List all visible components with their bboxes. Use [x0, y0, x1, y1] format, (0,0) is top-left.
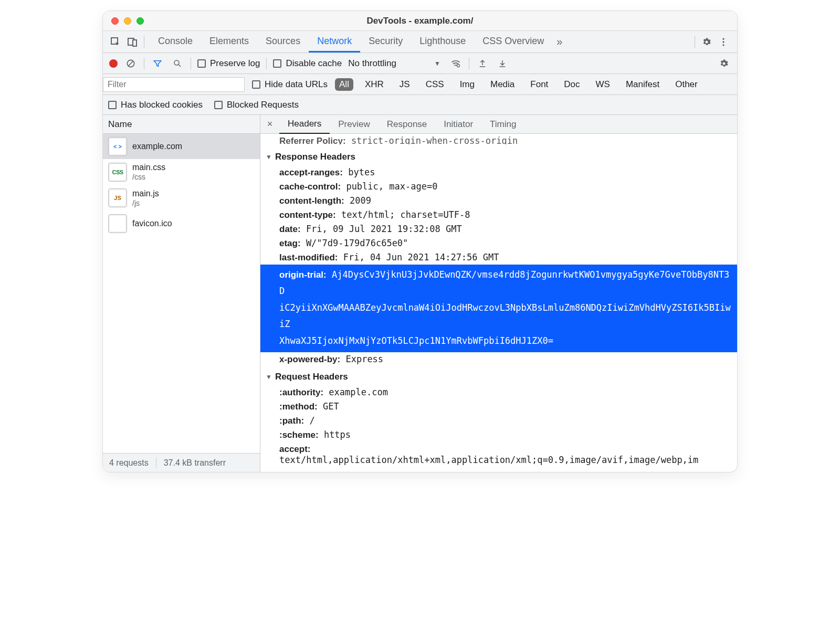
- request-row[interactable]: < > example.com: [103, 134, 260, 159]
- svg-point-4: [722, 41, 724, 43]
- disable-cache-checkbox[interactable]: Disable cache: [273, 58, 342, 69]
- name-column-header[interactable]: Name: [103, 115, 260, 134]
- headers-body[interactable]: Referrer Policy: strict-origin-when-cros…: [260, 134, 737, 472]
- filter-pill-ws[interactable]: WS: [592, 78, 614, 91]
- header-row: cache-control: public, max-age=0: [260, 180, 737, 194]
- header-row: content-type: text/html; charset=UTF-8: [260, 208, 737, 222]
- upload-har-icon[interactable]: [476, 57, 489, 70]
- header-row: accept: text/html,application/xhtml+xml,…: [260, 442, 737, 467]
- filter-icon[interactable]: [151, 57, 164, 70]
- download-har-icon[interactable]: [496, 57, 509, 70]
- request-path: /css: [132, 173, 165, 182]
- svg-point-10: [457, 64, 459, 67]
- has-blocked-cookies-checkbox[interactable]: Has blocked cookies: [108, 100, 203, 110]
- header-row: etag: W/"7d9-179d76c65e0": [260, 236, 737, 250]
- window-title: DevTools - example.com/: [103, 16, 737, 26]
- filter-pill-doc[interactable]: Doc: [560, 78, 584, 91]
- html-file-icon: < >: [108, 137, 127, 156]
- preserve-log-label: Preserve log: [210, 58, 260, 69]
- throttling-dropdown[interactable]: No throttling ▼: [348, 58, 443, 69]
- clear-icon[interactable]: [124, 57, 138, 70]
- filter-pill-css[interactable]: CSS: [422, 78, 448, 91]
- filter-bar-2: Has blocked cookies Blocked Requests: [103, 95, 737, 115]
- header-row: last-modified: Fri, 04 Jun 2021 14:27:56…: [260, 250, 737, 265]
- tab-css-overview[interactable]: CSS Overview: [474, 31, 552, 52]
- status-request-count: 4 requests: [109, 458, 149, 468]
- chevron-down-icon: ▼: [434, 60, 440, 67]
- separator: [469, 58, 469, 69]
- close-detail-icon[interactable]: ×: [260, 119, 279, 130]
- network-settings-icon[interactable]: [717, 57, 731, 70]
- filter-pill-img[interactable]: Img: [456, 78, 479, 91]
- js-file-icon: JS: [108, 188, 127, 207]
- header-row: :authority: example.com: [260, 385, 737, 399]
- filter-pill-manifest[interactable]: Manifest: [622, 78, 664, 91]
- request-rows: < > example.com CSS main.css /css JS ma: [103, 134, 260, 453]
- response-headers-section[interactable]: ▼ Response Headers: [260, 146, 737, 165]
- filter-pill-all[interactable]: All: [335, 78, 353, 91]
- generic-file-icon: [108, 214, 127, 233]
- blocked-requests-checkbox[interactable]: Blocked Requests: [214, 100, 299, 110]
- has-blocked-cookies-label: Has blocked cookies: [121, 100, 203, 110]
- separator: [144, 36, 144, 48]
- filter-input[interactable]: [103, 77, 245, 92]
- filter-pill-js[interactable]: JS: [395, 78, 414, 91]
- status-transfer-size: 37.4 kB transferr: [164, 458, 226, 468]
- request-row[interactable]: CSS main.css /css: [103, 159, 260, 185]
- filter-pill-media[interactable]: Media: [486, 78, 519, 91]
- request-path: /js: [132, 199, 159, 208]
- header-row: Referrer Policy: strict-origin-when-cros…: [260, 134, 737, 144]
- disclosure-triangle-icon: ▼: [266, 373, 272, 381]
- svg-point-8: [174, 60, 179, 65]
- filter-pill-other[interactable]: Other: [671, 78, 702, 91]
- request-headers-label: Request Headers: [275, 372, 348, 382]
- preserve-log-checkbox[interactable]: Preserve log: [197, 58, 260, 69]
- request-name: main.js: [132, 188, 159, 199]
- detail-tab-timing[interactable]: Timing: [481, 115, 524, 133]
- network-toolbar: Preserve log Disable cache No throttling…: [103, 53, 737, 74]
- search-icon[interactable]: [171, 57, 184, 70]
- disable-cache-label: Disable cache: [286, 58, 342, 69]
- network-conditions-icon[interactable]: [449, 57, 463, 70]
- detail-tab-initiator[interactable]: Initiator: [435, 115, 481, 133]
- throttling-label: No throttling: [348, 58, 396, 69]
- settings-icon[interactable]: [698, 34, 715, 50]
- hide-data-urls-checkbox[interactable]: Hide data URLs: [252, 79, 328, 90]
- request-name: main.css: [132, 162, 165, 173]
- detail-tab-headers[interactable]: Headers: [279, 115, 330, 134]
- titlebar: DevTools - example.com/: [103, 11, 737, 31]
- request-row[interactable]: favicon.ico: [103, 211, 260, 236]
- tab-console[interactable]: Console: [150, 31, 201, 52]
- hide-data-urls-label: Hide data URLs: [265, 79, 328, 90]
- request-list-pane: Name < > example.com CSS main.css /css: [103, 115, 260, 472]
- tab-network[interactable]: Network: [309, 31, 360, 52]
- request-headers-section[interactable]: ▼ Request Headers: [260, 366, 737, 385]
- tab-elements[interactable]: Elements: [201, 31, 257, 52]
- tab-lighthouse[interactable]: Lighthouse: [411, 31, 474, 52]
- main-tabstrip: Console Elements Sources Network Securit…: [103, 31, 737, 53]
- record-button[interactable]: [109, 59, 118, 68]
- detail-tab-response[interactable]: Response: [379, 115, 436, 133]
- response-headers-label: Response Headers: [275, 152, 355, 162]
- blocked-requests-label: Blocked Requests: [227, 100, 299, 110]
- css-file-icon: CSS: [108, 163, 127, 182]
- svg-line-9: [178, 65, 181, 67]
- network-split-view: Name < > example.com CSS main.css /css: [103, 115, 737, 472]
- disclosure-triangle-icon: ▼: [266, 153, 272, 161]
- detail-tab-preview[interactable]: Preview: [330, 115, 378, 133]
- device-toolbar-icon[interactable]: [124, 34, 141, 50]
- more-tabs-icon[interactable]: »: [552, 36, 566, 48]
- header-row-highlighted: origin-trial: Aj4DysCv3VjknU3jJvkDEwnQZK…: [260, 265, 737, 352]
- separator: [266, 58, 267, 69]
- separator: [144, 58, 144, 69]
- tab-sources[interactable]: Sources: [257, 31, 309, 52]
- tab-security[interactable]: Security: [360, 31, 411, 52]
- filter-pill-xhr[interactable]: XHR: [361, 78, 388, 91]
- filter-pill-font[interactable]: Font: [526, 78, 552, 91]
- request-row[interactable]: JS main.js /js: [103, 185, 260, 212]
- header-row: date: Fri, 09 Jul 2021 19:32:08 GMT: [260, 222, 737, 236]
- inspect-element-icon[interactable]: [107, 34, 124, 50]
- request-detail-pane: × Headers Preview Response Initiator Tim…: [260, 115, 737, 472]
- kebab-menu-icon[interactable]: [715, 34, 732, 50]
- svg-rect-2: [133, 40, 136, 46]
